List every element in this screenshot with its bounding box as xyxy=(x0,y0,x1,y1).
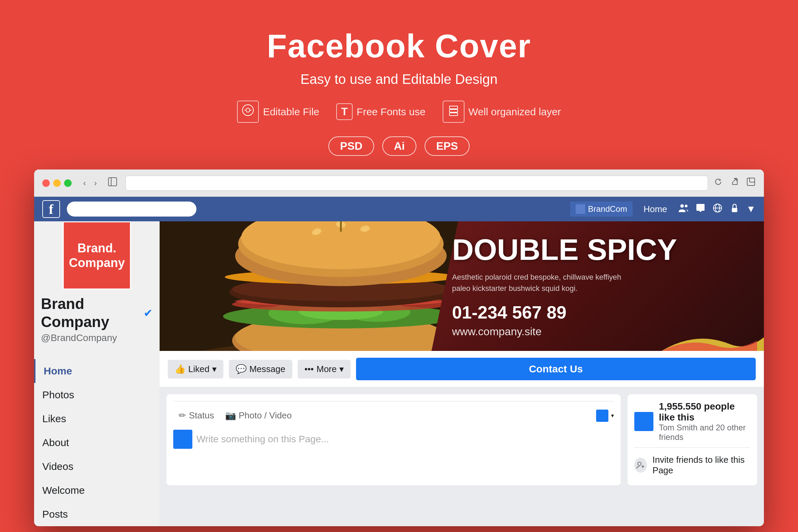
badges-row: PSD Ai EPS xyxy=(237,136,561,156)
back-button[interactable]: ‹ xyxy=(80,177,89,189)
profile-display-name: Brand Company xyxy=(41,295,140,331)
post-dropdown-icon[interactable]: ▾ xyxy=(611,412,614,419)
close-button[interactable] xyxy=(42,179,50,187)
invite-row: Invite friends to like this Page xyxy=(634,452,750,478)
facebook-logo: f xyxy=(42,200,60,218)
profile-section: Brand.Company Brand Company ✔ @BrandComp… xyxy=(34,221,160,356)
banner-title: DOUBLE SPICY xyxy=(452,235,743,265)
svg-rect-3 xyxy=(449,113,458,116)
svg-rect-4 xyxy=(108,178,117,186)
sidebar-item-home[interactable]: Home xyxy=(34,359,160,383)
feature-organized: Well organized layer xyxy=(443,101,561,123)
forward-button[interactable]: › xyxy=(91,177,100,189)
post-box: ✏ Status 📷 Photo / Video ▾ xyxy=(166,394,621,485)
post-tabs: ✏ Status 📷 Photo / Video ▾ xyxy=(173,401,614,424)
svg-point-40 xyxy=(638,462,641,466)
fonts-icon: T xyxy=(336,103,353,120)
liked-button[interactable]: 👍 Liked ▾ xyxy=(168,360,223,379)
camera-icon: 📷 xyxy=(225,410,236,421)
action-row: 👍 Liked ▾ 💬 Message ••• More ▾ Contact U… xyxy=(160,351,764,387)
likes-friends: Tom Smith and 20 other friends xyxy=(659,423,750,442)
features-row: Editable File T Free Fonts use Well orga… xyxy=(237,101,561,123)
browser-chrome: ‹ › xyxy=(34,169,764,197)
likes-avatar xyxy=(634,412,653,431)
svg-rect-2 xyxy=(449,109,458,112)
browser-actions xyxy=(713,177,756,189)
likes-header: 1,955.550 people like this Tom Smith and… xyxy=(634,401,750,442)
address-bar[interactable] xyxy=(125,176,708,191)
divider xyxy=(634,447,750,448)
layers-icon xyxy=(443,101,464,123)
profile-handle: @BrandCompany xyxy=(41,332,153,343)
maximize-button[interactable] xyxy=(64,179,72,187)
status-tab[interactable]: ✏ Status xyxy=(173,407,220,424)
posts-area: ✏ Status 📷 Photo / Video ▾ xyxy=(160,387,764,492)
header-section: Facebook Cover Easy to use and Editable … xyxy=(237,0,561,169)
photo-video-label: Photo / Video xyxy=(239,410,292,421)
organized-label: Well organized layer xyxy=(469,106,561,118)
sidebar-item-welcome[interactable]: Welcome xyxy=(34,478,160,502)
nav-buttons: ‹ › xyxy=(80,177,100,189)
profile-avatar: Brand.Company xyxy=(63,221,131,290)
likes-info: 1,955.550 people like this Tom Smith and… xyxy=(659,401,750,442)
liked-chevron-icon: ▾ xyxy=(212,364,217,374)
badge-psd: PSD xyxy=(328,136,374,156)
main-content: DOUBLE SPICY Aesthetic polaroid cred bes… xyxy=(160,221,764,526)
avatar-text: Brand.Company xyxy=(69,241,125,270)
more-button[interactable]: ••• More ▾ xyxy=(298,360,351,379)
post-tab-right: ▾ xyxy=(596,407,614,424)
facebook-search-input[interactable] xyxy=(67,202,196,217)
more-icon: ••• xyxy=(305,364,314,374)
invite-text[interactable]: Invite friends to like this Page xyxy=(652,455,750,476)
sidebar-item-photos[interactable]: Photos xyxy=(34,383,160,407)
svg-point-9 xyxy=(680,204,684,208)
post-color-button[interactable] xyxy=(596,410,608,422)
post-placeholder[interactable]: Write something on this Page... xyxy=(196,430,614,449)
dropdown-icon[interactable]: ▼ xyxy=(746,204,756,215)
globe-icon[interactable] xyxy=(712,203,723,216)
post-avatar xyxy=(173,430,192,449)
brand-name: BrandCom xyxy=(588,204,627,214)
pencil-icon: ✏ xyxy=(179,410,186,421)
profile-name-section: Brand Company ✔ @BrandCompany xyxy=(34,290,160,349)
status-label: Status xyxy=(189,410,214,421)
facebook-icons: ▼ xyxy=(678,203,756,216)
banner-phone: 01-234 567 89 xyxy=(452,302,743,323)
cover-banner: DOUBLE SPICY Aesthetic polaroid cred bes… xyxy=(160,221,764,351)
message-button[interactable]: 💬 Message xyxy=(229,360,292,379)
message-icon: 💬 xyxy=(236,364,247,374)
lock-icon[interactable] xyxy=(729,203,740,216)
invite-friends-icon xyxy=(634,458,647,473)
sidebar-toggle-button[interactable] xyxy=(105,176,120,190)
page-title: Facebook Cover xyxy=(237,27,561,65)
reload-icon[interactable] xyxy=(713,177,723,189)
search-wrapper: 🔍 xyxy=(67,202,196,217)
page-content: Brand.Company Brand Company ✔ @BrandComp… xyxy=(34,221,764,526)
badge-eps: EPS xyxy=(425,136,470,156)
browser-window: ‹ › xyxy=(34,169,764,526)
minimize-button[interactable] xyxy=(53,179,61,187)
sidebar-item-videos[interactable]: Videos xyxy=(34,455,160,478)
sidebar-item-about[interactable]: About xyxy=(34,431,160,455)
left-sidebar: Brand.Company Brand Company ✔ @BrandComp… xyxy=(34,221,160,526)
facebook-bar: f 🔍 BrandCom Home xyxy=(34,197,764,221)
svg-rect-1 xyxy=(449,106,458,109)
likes-widget: 1,955.550 people like this Tom Smith and… xyxy=(627,394,757,485)
svg-rect-14 xyxy=(732,208,737,212)
header-subtitle: Easy to use and Editable Design xyxy=(237,72,561,87)
photo-video-tab[interactable]: 📷 Photo / Video xyxy=(220,407,297,424)
editable-file-icon xyxy=(237,101,259,123)
editable-file-label: Editable File xyxy=(263,106,319,118)
home-nav-link[interactable]: Home xyxy=(639,204,671,215)
share-icon[interactable] xyxy=(730,177,739,189)
sidebar-item-posts[interactable]: Posts xyxy=(34,502,160,526)
brand-button[interactable]: BrandCom xyxy=(570,202,633,217)
sidebar-nav: Home Photos Likes About Videos Welcome P… xyxy=(34,359,160,526)
chat-icon[interactable] xyxy=(695,203,706,216)
contact-us-button[interactable]: Contact Us xyxy=(356,358,756,380)
sidebar-item-likes[interactable]: Likes xyxy=(34,407,160,431)
new-tab-icon[interactable] xyxy=(746,177,756,189)
svg-rect-8 xyxy=(750,178,755,182)
banner-right: DOUBLE SPICY Aesthetic polaroid cred bes… xyxy=(431,221,764,351)
friends-icon[interactable] xyxy=(678,203,689,216)
